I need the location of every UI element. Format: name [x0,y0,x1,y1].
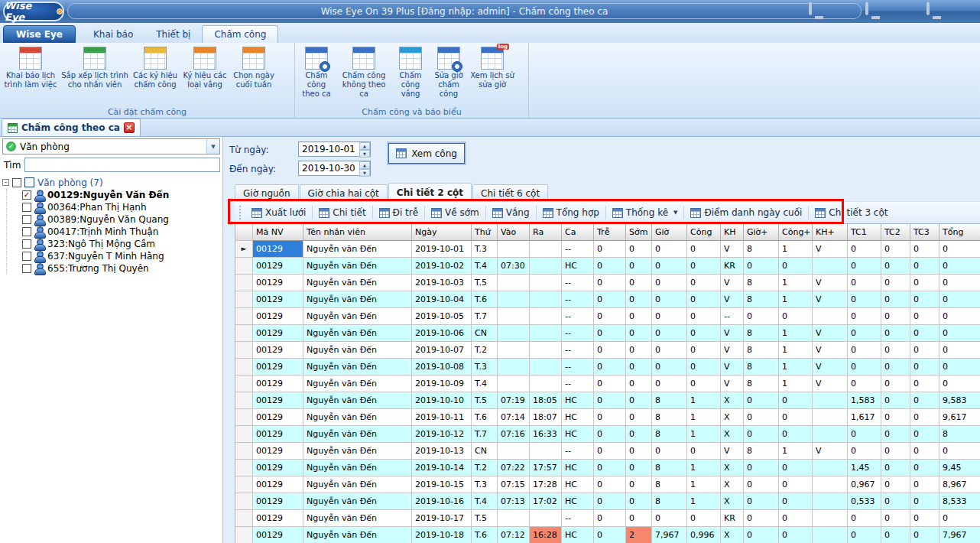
cell[interactable]: V [813,291,848,308]
cell[interactable]: 0,967 [848,476,881,493]
cell[interactable]: 0 [848,275,881,291]
cell[interactable]: 0 [594,443,626,460]
cell[interactable]: 07:14 [498,409,530,426]
table-row[interactable]: 00129Nguyễn văn Đến2019-10-14T.207:2217:… [235,460,980,476]
cell[interactable]: 00129 [253,460,303,476]
cell[interactable]: 0 [626,258,652,275]
cell[interactable]: 0 [652,308,687,325]
cell[interactable]: -- [562,291,594,308]
cell[interactable]: 8 [652,460,687,476]
tree-item-employee[interactable]: 00364:Phan Thị Hạnh [22,201,220,213]
table-row[interactable]: 00129Nguyễn văn Đến2019-10-05T.7--0000--… [235,308,980,325]
table-row[interactable]: 00129Nguyễn văn Đến2019-10-08T.3--0000V8… [235,359,980,376]
cell[interactable] [498,275,530,291]
cell[interactable]: 0 [687,376,721,392]
cell[interactable] [813,426,848,443]
cell[interactable]: 0 [744,460,779,476]
cell[interactable]: 07:19 [498,392,530,409]
document-tab-cham-cong-theo-ca[interactable]: Chấm công theo ca × [2,119,141,136]
cell[interactable]: -- [562,275,594,291]
cell[interactable]: -- [562,359,594,376]
cell[interactable] [813,527,848,543]
cell[interactable] [530,308,562,325]
cell[interactable]: Nguyễn văn Đến [303,308,412,325]
cell[interactable]: -- [562,443,594,460]
cell[interactable]: 18:07 [530,409,562,426]
cell[interactable]: 0 [652,342,687,359]
cell[interactable]: 2019-10-11 [412,409,472,426]
cell[interactable] [498,291,530,308]
cell[interactable]: 0 [939,342,980,359]
cell[interactable]: 0 [779,493,813,510]
cell[interactable]: 0 [744,426,779,443]
cell[interactable]: 8 [652,426,687,443]
cell[interactable]: 0 [881,476,910,493]
cell[interactable]: 2019-10-15 [412,476,472,493]
table-row[interactable]: 00129Nguyễn văn Đến2019-10-16T.407:1317:… [235,493,980,510]
checkbox[interactable] [22,227,31,236]
column-header[interactable]: Thứ [472,224,498,241]
cell[interactable]: 2 [626,527,652,543]
cell[interactable] [498,376,530,392]
ribbon-button-sua-gio[interactable]: Sửa giờ chấm công [430,45,468,100]
cell[interactable]: Nguyễn văn Đến [303,392,412,409]
cell[interactable]: Nguyễn văn Đến [303,527,412,543]
cell[interactable]: -- [562,308,594,325]
cell[interactable]: 0 [626,241,652,258]
cell[interactable]: 07:15 [498,476,530,493]
tree-item-employee[interactable]: 00389:Nguyễn Văn Quang [22,213,220,226]
cell[interactable]: 0 [626,325,652,342]
cell[interactable]: 0 [744,308,779,325]
cell[interactable]: 0 [626,342,652,359]
cell[interactable]: 0 [881,376,910,392]
cell[interactable]: 0 [881,258,910,275]
cell[interactable]: 07:12 [498,527,530,543]
cell[interactable]: CN [472,443,498,460]
checkbox[interactable]: ✓ [22,190,31,200]
cell[interactable]: 2019-10-01 [412,241,472,258]
cell[interactable]: 0 [652,376,687,392]
toolbar-button[interactable]: Đi trễ [374,203,423,222]
cell[interactable]: 0 [881,308,910,325]
cell[interactable]: 0 [939,325,980,342]
ribbon-button-cham-cong-theo-ca[interactable]: Chấm công theo ca [297,45,336,100]
cell[interactable]: V [813,443,848,460]
toolbar-button[interactable]: Về sớm [426,203,485,222]
cell[interactable]: 1 [779,241,813,258]
cell[interactable]: 0 [910,493,939,510]
cell[interactable]: 0 [594,258,626,275]
cell[interactable]: 0 [744,527,779,543]
cell[interactable]: 0 [910,476,939,493]
column-header[interactable]: Vào [498,224,530,241]
cell[interactable]: T.6 [472,291,498,308]
cell[interactable]: HC [562,460,594,476]
cell[interactable]: Nguyễn văn Đến [303,493,412,510]
view-tab[interactable]: Chi tiết 6 cột [472,184,548,201]
cell[interactable]: 00129 [253,409,303,426]
cell[interactable]: 1 [779,291,813,308]
checkbox[interactable] [22,264,31,273]
cell[interactable]: 9,45 [939,460,980,476]
cell[interactable]: 0 [744,493,779,510]
cell[interactable]: 0 [848,376,881,392]
table-row[interactable]: 00129Nguyễn văn Đến2019-10-11T.607:1418:… [235,409,980,426]
cell[interactable]: 0 [910,376,939,392]
cell[interactable]: T.5 [472,392,498,409]
ribbon-button-khai-bao-lich-trinh[interactable]: Khai báo lịch trình làm việc [2,45,60,91]
cell[interactable]: 0 [744,392,779,409]
cell[interactable]: V [721,275,744,291]
cell[interactable]: 0 [848,426,881,443]
table-row[interactable]: 00129Nguyễn văn Đến2019-10-12T.707:1616:… [235,426,980,443]
cell[interactable]: HC [562,527,594,543]
cell[interactable]: 0 [910,258,939,275]
cell[interactable]: 8 [652,392,687,409]
cell[interactable]: T.2 [472,460,498,476]
cell[interactable]: 2019-10-03 [412,275,472,291]
cell[interactable]: V [813,241,848,258]
cell[interactable]: 0 [779,476,813,493]
cell[interactable]: 0 [939,275,980,291]
cell[interactable] [498,510,530,527]
tree-item-employee[interactable]: ✓00129:Nguyễn Văn Đến [22,189,220,201]
cell[interactable]: T.3 [472,241,498,258]
cell[interactable]: 17:28 [530,476,562,493]
